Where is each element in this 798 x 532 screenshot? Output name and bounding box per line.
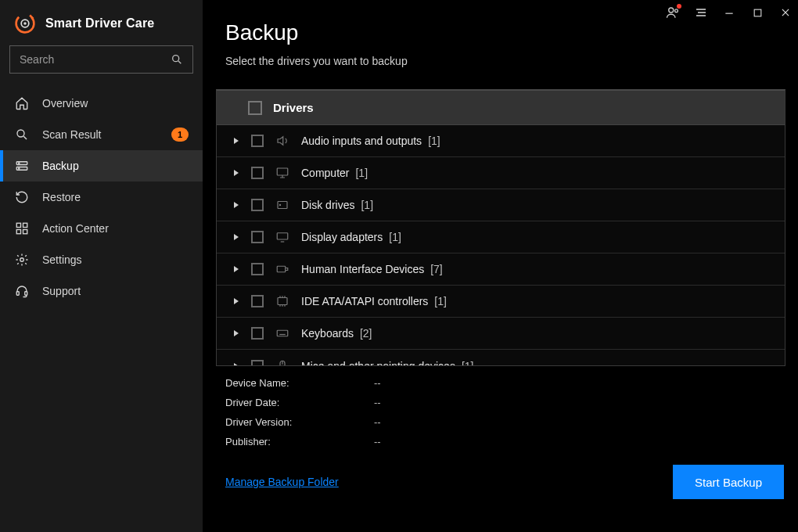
category-name: Human Interface Devices bbox=[301, 263, 424, 275]
sidebar-item-action-center[interactable]: Action Center bbox=[0, 213, 203, 244]
expand-triangle-icon[interactable] bbox=[232, 362, 240, 366]
svg-marker-20 bbox=[234, 170, 239, 176]
headset-icon bbox=[14, 283, 30, 299]
driver-category-row[interactable]: Audio inputs and outputs[1] bbox=[217, 125, 785, 157]
category-count: [1] bbox=[462, 360, 474, 366]
sidebar-item-label: Action Center bbox=[42, 222, 189, 235]
sidebar-item-scan-result[interactable]: Scan Result1 bbox=[0, 119, 203, 150]
publisher-label: Publisher: bbox=[225, 436, 374, 448]
svg-rect-15 bbox=[25, 292, 27, 296]
sidebar-item-support[interactable]: Support bbox=[0, 275, 203, 307]
svg-rect-9 bbox=[16, 223, 20, 227]
device-name-value: -- bbox=[374, 377, 776, 389]
grid-icon bbox=[14, 221, 30, 236]
maximize-button[interactable] bbox=[749, 5, 765, 20]
category-checkbox[interactable] bbox=[251, 199, 264, 211]
search-input[interactable] bbox=[20, 53, 171, 66]
keyboard-icon bbox=[275, 325, 290, 341]
user-account-icon[interactable] bbox=[665, 5, 681, 20]
svg-rect-11 bbox=[16, 230, 20, 234]
svg-point-7 bbox=[19, 163, 20, 164]
brand: Smart Driver Care bbox=[0, 0, 203, 45]
svg-rect-32 bbox=[277, 330, 288, 336]
driver-date-label: Driver Date: bbox=[225, 397, 374, 408]
svg-marker-19 bbox=[234, 138, 239, 144]
category-checkbox[interactable] bbox=[251, 135, 264, 147]
close-button[interactable] bbox=[778, 5, 793, 20]
backup-icon bbox=[14, 158, 30, 174]
expand-triangle-icon[interactable] bbox=[232, 137, 240, 145]
svg-point-8 bbox=[19, 168, 20, 169]
svg-rect-12 bbox=[23, 230, 27, 234]
category-count: [1] bbox=[361, 199, 373, 211]
driver-category-row[interactable]: Keyboards[2] bbox=[217, 318, 785, 350]
category-name: Mice and other pointing devices bbox=[301, 360, 455, 366]
expand-triangle-icon[interactable] bbox=[232, 329, 240, 337]
driver-category-row[interactable]: Disk drives[1] bbox=[217, 189, 785, 221]
search-icon bbox=[171, 53, 183, 66]
sidebar-item-overview[interactable]: Overview bbox=[0, 88, 203, 119]
driver-category-row[interactable]: IDE ATA/ATAPI controllers[1] bbox=[217, 286, 785, 318]
driver-date-value: -- bbox=[374, 397, 776, 408]
category-checkbox[interactable] bbox=[251, 295, 264, 307]
svg-marker-27 bbox=[234, 266, 239, 272]
sidebar-item-badge: 1 bbox=[171, 128, 189, 142]
svg-point-4 bbox=[17, 130, 24, 137]
search-container bbox=[0, 45, 203, 84]
category-count: [2] bbox=[360, 327, 372, 340]
driver-category-row[interactable]: Display adapters[1] bbox=[217, 221, 785, 253]
svg-rect-26 bbox=[277, 233, 288, 239]
category-checkbox[interactable] bbox=[251, 167, 264, 179]
sidebar-item-restore[interactable]: Restore bbox=[0, 182, 203, 213]
svg-rect-21 bbox=[277, 168, 288, 175]
gear-icon bbox=[14, 252, 30, 268]
driver-category-list[interactable]: Audio inputs and outputs[1]Computer[1]Di… bbox=[217, 125, 785, 365]
driver-category-row[interactable]: Mice and other pointing devices[1] bbox=[217, 350, 785, 365]
select-all-checkbox[interactable] bbox=[248, 101, 262, 115]
search-box[interactable] bbox=[9, 45, 193, 74]
category-checkbox[interactable] bbox=[251, 360, 264, 366]
sidebar-item-label: Backup bbox=[42, 160, 189, 172]
category-count: [1] bbox=[428, 135, 440, 147]
svg-point-24 bbox=[279, 204, 280, 205]
driver-list-header: Drivers bbox=[217, 91, 785, 125]
driver-category-row[interactable]: Human Interface Devices[7] bbox=[217, 253, 785, 286]
svg-rect-28 bbox=[277, 266, 286, 272]
menu-icon[interactable] bbox=[693, 5, 709, 20]
sidebar-item-settings[interactable]: Settings bbox=[0, 244, 203, 275]
category-checkbox[interactable] bbox=[251, 327, 264, 340]
svg-marker-29 bbox=[234, 298, 239, 304]
driver-details: Device Name: -- Driver Date: -- Driver V… bbox=[203, 366, 798, 451]
driver-category-row[interactable]: Computer[1] bbox=[217, 157, 785, 189]
category-name: Display adapters bbox=[301, 231, 383, 243]
category-checkbox[interactable] bbox=[251, 263, 264, 275]
sidebar-item-backup[interactable]: Backup bbox=[0, 150, 203, 182]
ide-icon bbox=[275, 293, 290, 309]
svg-rect-23 bbox=[278, 202, 287, 209]
start-backup-button[interactable]: Start Backup bbox=[673, 465, 784, 499]
scan-icon bbox=[14, 127, 30, 142]
category-name: Disk drives bbox=[301, 199, 354, 211]
disk-icon bbox=[275, 197, 290, 213]
minimize-button[interactable] bbox=[721, 5, 737, 20]
sidebar-item-label: Settings bbox=[42, 253, 189, 266]
expand-triangle-icon[interactable] bbox=[232, 201, 240, 209]
expand-triangle-icon[interactable] bbox=[232, 265, 240, 273]
category-name: IDE ATA/ATAPI controllers bbox=[301, 295, 428, 307]
driver-list-header-label: Drivers bbox=[273, 101, 314, 114]
sidebar: Smart Driver Care OverviewScan Result1Ba… bbox=[0, 0, 203, 532]
svg-marker-31 bbox=[234, 330, 239, 336]
category-checkbox[interactable] bbox=[251, 231, 264, 243]
display-icon bbox=[275, 229, 290, 245]
svg-marker-22 bbox=[234, 202, 239, 208]
expand-triangle-icon[interactable] bbox=[232, 233, 240, 241]
svg-rect-10 bbox=[23, 223, 27, 227]
category-label: Audio inputs and outputs[1] bbox=[301, 135, 440, 147]
svg-marker-33 bbox=[234, 363, 239, 366]
page-subtitle: Select the drivers you want to backup bbox=[225, 55, 776, 67]
expand-triangle-icon[interactable] bbox=[232, 297, 240, 305]
expand-triangle-icon[interactable] bbox=[232, 169, 240, 177]
sidebar-item-label: Support bbox=[42, 285, 189, 297]
page-title: Backup bbox=[225, 20, 776, 45]
manage-backup-folder-link[interactable]: Manage Backup Folder bbox=[225, 476, 339, 488]
